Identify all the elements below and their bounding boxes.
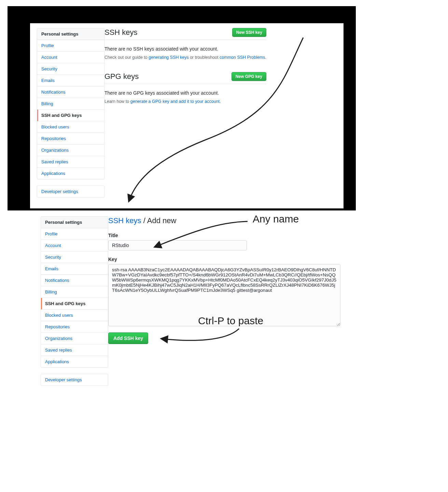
sidebar-item-repositories[interactable]: Repositories (37, 133, 104, 145)
sidebar-item-applications-2[interactable]: Applications (41, 356, 108, 367)
sidebar-item-notifications[interactable]: Notifications (37, 86, 104, 98)
sidebar-item-security-2[interactable]: Security (41, 251, 108, 263)
sidebar-item-billing[interactable]: Billing (37, 98, 104, 110)
sidebar-item-notifications-2[interactable]: Notifications (41, 275, 108, 286)
sidebar-item-ssh-gpg-2[interactable]: SSH and GPG keys (41, 298, 108, 310)
breadcrumb-add-new: Add new (147, 216, 177, 225)
title-label: Title (108, 233, 340, 238)
ssh-section-header: SSH keys New SSH key (104, 28, 266, 40)
generate-ssh-link[interactable]: generating SSH keys (149, 55, 188, 60)
sidebar-item-organizations-2[interactable]: Organizations (41, 333, 108, 344)
key-textarea[interactable] (108, 264, 340, 326)
breadcrumb-ssh-keys[interactable]: SSH keys (108, 216, 141, 225)
developer-settings-box: Developer settings (37, 186, 104, 197)
sidebar-item-applications[interactable]: Applications (37, 168, 104, 179)
sidebar-item-emails[interactable]: Emails (37, 75, 104, 86)
add-ssh-key-button[interactable]: Add SSH key (108, 332, 148, 344)
key-label: Key (108, 257, 340, 262)
sidebar-nav-2: Personal settings Profile Account Securi… (41, 216, 108, 368)
common-ssh-problems-link[interactable]: common SSH Problems (220, 55, 265, 60)
generate-gpg-link[interactable]: generate a GPG key and add it to your ac… (130, 99, 220, 104)
gpg-empty-msg: There are no GPG keys associated with yo… (104, 90, 266, 96)
ssh-hint: Check out our guide to generating SSH ke… (104, 55, 266, 60)
title-input[interactable] (108, 240, 247, 250)
sidebar-item-developer-settings-2[interactable]: Developer settings (41, 374, 108, 385)
sidebar-item-profile[interactable]: Profile (37, 40, 104, 52)
sidebar-item-ssh-gpg[interactable]: SSH and GPG keys (37, 110, 104, 121)
sidebar-item-saved-replies[interactable]: Saved replies (37, 156, 104, 168)
sidebar-item-account[interactable]: Account (37, 52, 104, 63)
settings-panel-bottom: Personal settings Profile Account Securi… (39, 214, 352, 391)
ssh-title: SSH keys (104, 28, 138, 37)
sidebar-item-blocked-2[interactable]: Blocked users (41, 310, 108, 321)
sidebar-item-account-2[interactable]: Account (41, 240, 108, 251)
sidebar-item-blocked[interactable]: Blocked users (37, 121, 104, 133)
sidebar-item-saved-replies-2[interactable]: Saved replies (41, 344, 108, 356)
developer-settings-box-2: Developer settings (41, 374, 108, 386)
new-ssh-key-button[interactable]: New SSH key (232, 28, 266, 37)
gpg-hint-post: . (220, 99, 221, 104)
sidebar-item-repositories-2[interactable]: Repositories (41, 321, 108, 333)
breadcrumb: SSH keys / Add new (108, 216, 340, 225)
ssh-hint-mid: or troubleshoot (189, 55, 220, 60)
ssh-empty-msg: There are no SSH keys associated with yo… (104, 46, 266, 52)
gpg-hint-pre: Learn how to (104, 99, 130, 104)
new-gpg-key-button[interactable]: New GPG key (232, 72, 266, 81)
sidebar-item-profile-2[interactable]: Profile (41, 228, 108, 240)
sidebar-header: Personal settings (37, 28, 104, 40)
ssh-hint-post: . (265, 55, 266, 60)
gpg-title: GPG keys (104, 72, 139, 81)
sidebar-header-2: Personal settings (41, 217, 108, 228)
sidebar-item-organizations[interactable]: Organizations (37, 145, 104, 156)
sidebar-item-emails-2[interactable]: Emails (41, 263, 108, 275)
breadcrumb-sep: / (141, 216, 147, 225)
sidebar-nav: Personal settings Profile Account Securi… (37, 28, 104, 179)
settings-panel-top: Personal settings Profile Account Securi… (30, 23, 344, 208)
sidebar-item-security[interactable]: Security (37, 63, 104, 75)
sidebar-item-billing-2[interactable]: Billing (41, 286, 108, 298)
ssh-hint-pre: Check out our guide to (104, 55, 149, 60)
gpg-section-header: GPG keys New GPG key (104, 72, 266, 84)
gpg-hint: Learn how to generate a GPG key and add … (104, 99, 266, 104)
sidebar-item-developer-settings[interactable]: Developer settings (37, 186, 104, 197)
